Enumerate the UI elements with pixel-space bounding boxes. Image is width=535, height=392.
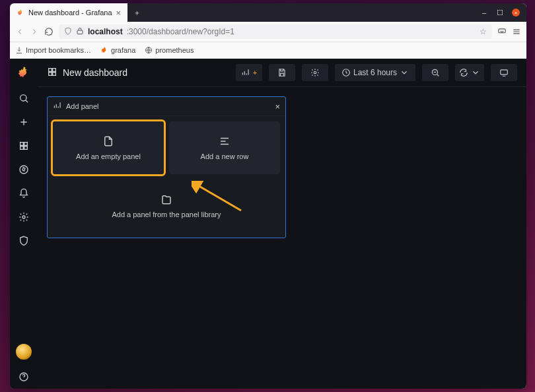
svg-point-8	[20, 166, 28, 174]
new-tab-button[interactable]: ＋	[127, 3, 146, 22]
add-panel-button[interactable]: +	[236, 64, 262, 81]
window-controls: – ☐ ×	[474, 3, 526, 22]
add-panel-widget: Add panel × Add an empty panel	[47, 96, 286, 238]
grafana-app: New dashboard + Last 6 hours	[10, 59, 526, 389]
svg-rect-13	[49, 72, 52, 75]
dashboard-canvas: Add panel × Add an empty panel	[38, 87, 526, 389]
globe-icon	[145, 46, 153, 54]
cycle-view-button[interactable]	[491, 64, 517, 81]
sidebar-alerting[interactable]	[10, 181, 38, 205]
lock-icon	[76, 27, 84, 37]
zoom-out-button[interactable]	[422, 64, 448, 81]
svg-point-15	[314, 71, 316, 74]
sidebar-search[interactable]	[10, 86, 38, 110]
add-panel-title: Add panel	[66, 102, 99, 110]
svg-rect-11	[49, 68, 52, 71]
browser-tab-active[interactable]: New dashboard - Grafana ×	[10, 3, 127, 22]
bookmark-grafana[interactable]: grafana	[100, 46, 135, 54]
nav-reload-button[interactable]	[44, 27, 54, 36]
svg-rect-6	[20, 147, 24, 150]
sidebar-server-admin[interactable]	[10, 229, 38, 253]
browser-navbar: localhost:3000/dashboard/new?orgId=1 ☆	[10, 22, 526, 42]
bookmark-import-label: Import bookmarks…	[26, 46, 91, 54]
bookmark-prometheus-label: prometheus	[155, 46, 194, 54]
grafana-icon	[100, 46, 108, 54]
svg-rect-14	[53, 72, 56, 75]
tab-close-icon[interactable]: ×	[116, 9, 122, 17]
sidebar-configuration[interactable]	[10, 205, 38, 229]
window-minimize-button[interactable]: –	[480, 9, 488, 16]
sidebar	[10, 59, 38, 389]
save-dashboard-button[interactable]	[269, 64, 295, 81]
nav-forward-button[interactable]	[30, 27, 39, 36]
option-add-empty-panel[interactable]: Add an empty panel	[53, 121, 164, 174]
option-library-label: Add a panel from the panel library	[112, 211, 221, 218]
svg-rect-5	[24, 143, 28, 146]
shield-icon	[64, 27, 72, 37]
import-icon	[15, 46, 23, 54]
bookmark-import[interactable]: Import bookmarks…	[15, 46, 91, 54]
sidebar-create[interactable]	[10, 110, 38, 134]
address-bar[interactable]: localhost:3000/dashboard/new?orgId=1 ☆	[59, 24, 492, 39]
bookmarks-bar: Import bookmarks… grafana prometheus	[10, 42, 526, 59]
option-empty-label: Add an empty panel	[76, 152, 141, 160]
time-range-label: Last 6 hours	[353, 68, 397, 77]
pocket-icon[interactable]	[497, 27, 507, 36]
browser-window: New dashboard - Grafana × ＋ – ☐ × localh…	[10, 3, 526, 389]
option-add-row[interactable]: Add a new row	[169, 121, 280, 174]
svg-rect-0	[77, 30, 83, 34]
dashboard-settings-button[interactable]	[302, 64, 328, 81]
window-maximize-button[interactable]: ☐	[496, 9, 504, 16]
dashboard-title-wrap: New dashboard	[47, 67, 229, 79]
bookmark-grafana-label: grafana	[111, 46, 135, 54]
sidebar-explore[interactable]	[10, 158, 38, 181]
dashboard-toolbar: New dashboard + Last 6 hours	[38, 59, 526, 87]
nav-back-button[interactable]	[15, 27, 24, 36]
bookmark-prometheus[interactable]: prometheus	[145, 46, 194, 54]
grafana-logo[interactable]	[10, 59, 38, 86]
option-add-from-library[interactable]: Add a panel from the panel library	[53, 180, 280, 232]
hamburger-menu-button[interactable]	[512, 27, 521, 36]
user-avatar[interactable]	[16, 344, 32, 360]
address-host: localhost	[88, 27, 123, 36]
sidebar-dashboards[interactable]	[10, 134, 38, 158]
svg-rect-18	[501, 70, 508, 75]
svg-rect-12	[53, 68, 56, 71]
panel-icon	[53, 101, 62, 112]
svg-point-9	[22, 216, 25, 218]
svg-point-3	[20, 95, 26, 101]
time-range-picker[interactable]: Last 6 hours	[335, 64, 415, 81]
sidebar-help[interactable]	[10, 365, 38, 389]
browser-tabbar: New dashboard - Grafana × ＋ – ☐ ×	[10, 3, 526, 22]
svg-rect-7	[24, 147, 28, 150]
dashboard-title: New dashboard	[63, 67, 127, 78]
window-close-button[interactable]: ×	[512, 9, 520, 16]
dashboard-main: New dashboard + Last 6 hours	[38, 59, 526, 389]
grafana-favicon	[17, 9, 24, 16]
address-path: :3000/dashboard/new?orgId=1	[127, 27, 234, 36]
browser-tab-title: New dashboard - Grafana	[28, 9, 112, 16]
dashboards-icon	[47, 67, 57, 79]
svg-rect-4	[20, 143, 24, 146]
add-panel-header: Add panel ×	[48, 97, 285, 116]
refresh-button[interactable]	[455, 64, 484, 81]
bookmark-star-icon[interactable]: ☆	[480, 27, 487, 36]
add-panel-close-button[interactable]: ×	[275, 102, 280, 112]
option-row-label: Add a new row	[201, 152, 249, 160]
